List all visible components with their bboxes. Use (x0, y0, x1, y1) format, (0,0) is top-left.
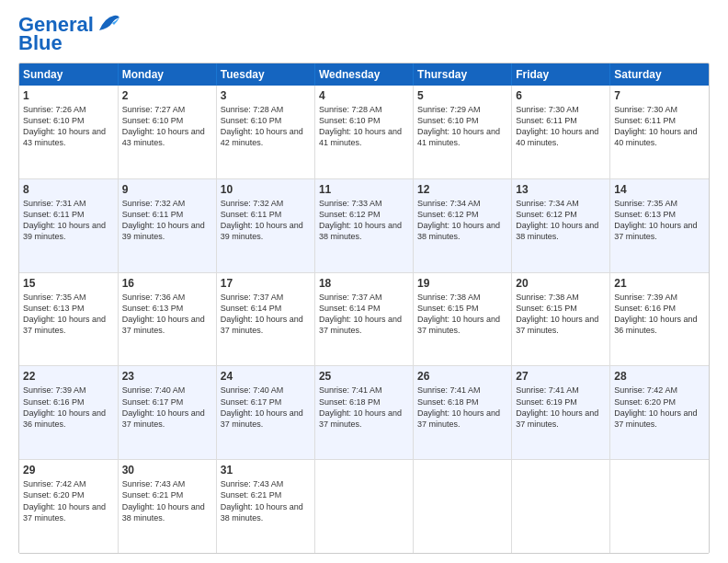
cell-content: Sunrise: 7:41 AMSunset: 6:18 PMDaylight:… (417, 385, 500, 428)
calendar-cell: 25Sunrise: 7:41 AMSunset: 6:18 PMDayligh… (314, 366, 413, 460)
calendar-cell: 6Sunrise: 7:30 AMSunset: 6:11 PMDaylight… (512, 86, 610, 178)
page: General Blue SundayMondayTuesdayWednesda… (0, 0, 728, 563)
day-number: 29 (23, 464, 114, 477)
calendar-cell: 27Sunrise: 7:41 AMSunset: 6:19 PMDayligh… (512, 366, 610, 460)
calendar-cell: 23Sunrise: 7:40 AMSunset: 6:17 PMDayligh… (118, 366, 216, 460)
header-row: SundayMondayTuesdayWednesdayThursdayFrid… (19, 63, 709, 86)
cell-content: Sunrise: 7:42 AMSunset: 6:20 PMDaylight:… (614, 385, 697, 428)
day-number: 10 (221, 183, 311, 196)
day-number: 7 (614, 89, 705, 102)
cell-content: Sunrise: 7:39 AMSunset: 6:16 PMDaylight:… (23, 385, 106, 428)
cell-content: Sunrise: 7:43 AMSunset: 6:21 PMDaylight:… (122, 479, 205, 522)
calendar-cell (314, 460, 413, 553)
day-number: 14 (614, 183, 705, 196)
cell-content: Sunrise: 7:28 AMSunset: 6:10 PMDaylight:… (221, 105, 303, 147)
col-header-tuesday: Tuesday (216, 63, 314, 86)
day-number: 20 (516, 277, 606, 290)
cell-content: Sunrise: 7:34 AMSunset: 6:12 PMDaylight:… (417, 199, 500, 241)
calendar-cell (610, 460, 709, 553)
cell-content: Sunrise: 7:29 AMSunset: 6:10 PMDaylight:… (417, 105, 500, 147)
calendar-cell: 1Sunrise: 7:26 AMSunset: 6:10 PMDaylight… (19, 86, 118, 178)
day-number: 31 (221, 464, 311, 477)
cell-content: Sunrise: 7:28 AMSunset: 6:10 PMDaylight:… (319, 105, 402, 147)
cell-content: Sunrise: 7:34 AMSunset: 6:12 PMDaylight:… (516, 199, 598, 241)
calendar-cell: 26Sunrise: 7:41 AMSunset: 6:18 PMDayligh… (414, 366, 512, 460)
calendar-cell: 24Sunrise: 7:40 AMSunset: 6:17 PMDayligh… (216, 366, 314, 460)
calendar-cell (414, 460, 512, 553)
calendar-week-4: 22Sunrise: 7:39 AMSunset: 6:16 PMDayligh… (19, 366, 709, 460)
cell-content: Sunrise: 7:42 AMSunset: 6:20 PMDaylight:… (23, 479, 106, 522)
day-number: 28 (614, 370, 705, 383)
day-number: 9 (122, 183, 212, 196)
day-number: 27 (516, 370, 606, 383)
calendar-cell: 2Sunrise: 7:27 AMSunset: 6:10 PMDaylight… (118, 86, 216, 178)
calendar-cell: 11Sunrise: 7:33 AMSunset: 6:12 PMDayligh… (314, 178, 413, 272)
calendar-cell (512, 460, 610, 553)
calendar-cell: 21Sunrise: 7:39 AMSunset: 6:16 PMDayligh… (610, 272, 709, 366)
calendar-cell: 18Sunrise: 7:37 AMSunset: 6:14 PMDayligh… (314, 272, 413, 366)
cell-content: Sunrise: 7:32 AMSunset: 6:11 PMDaylight:… (122, 199, 205, 241)
calendar-cell: 8Sunrise: 7:31 AMSunset: 6:11 PMDaylight… (19, 178, 118, 272)
cell-content: Sunrise: 7:31 AMSunset: 6:11 PMDaylight:… (23, 199, 106, 241)
day-number: 30 (122, 464, 212, 477)
logo-blue: Blue (18, 31, 63, 55)
calendar-cell: 19Sunrise: 7:38 AMSunset: 6:15 PMDayligh… (414, 272, 512, 366)
day-number: 18 (319, 277, 409, 290)
calendar-cell: 22Sunrise: 7:39 AMSunset: 6:16 PMDayligh… (19, 366, 118, 460)
day-number: 23 (122, 370, 212, 383)
day-number: 22 (23, 370, 114, 383)
cell-content: Sunrise: 7:43 AMSunset: 6:21 PMDaylight:… (221, 479, 303, 522)
day-number: 6 (516, 89, 606, 102)
calendar-cell: 14Sunrise: 7:35 AMSunset: 6:13 PMDayligh… (610, 178, 709, 272)
day-number: 15 (23, 277, 114, 290)
header: General Blue (18, 15, 710, 55)
day-number: 11 (319, 183, 409, 196)
day-number: 5 (417, 89, 507, 102)
col-header-sunday: Sunday (19, 63, 118, 86)
cell-content: Sunrise: 7:33 AMSunset: 6:12 PMDaylight:… (319, 199, 402, 241)
cell-content: Sunrise: 7:30 AMSunset: 6:11 PMDaylight:… (516, 105, 598, 147)
cell-content: Sunrise: 7:38 AMSunset: 6:15 PMDaylight:… (417, 293, 500, 335)
col-header-friday: Friday (512, 63, 610, 86)
day-number: 3 (221, 89, 311, 102)
calendar-cell: 29Sunrise: 7:42 AMSunset: 6:20 PMDayligh… (19, 460, 118, 553)
calendar-cell: 13Sunrise: 7:34 AMSunset: 6:12 PMDayligh… (512, 178, 610, 272)
day-number: 24 (221, 370, 311, 383)
cell-content: Sunrise: 7:30 AMSunset: 6:11 PMDaylight:… (614, 105, 697, 147)
cell-content: Sunrise: 7:27 AMSunset: 6:10 PMDaylight:… (122, 105, 205, 147)
calendar-table: SundayMondayTuesdayWednesdayThursdayFrid… (19, 63, 709, 553)
calendar-week-1: 1Sunrise: 7:26 AMSunset: 6:10 PMDaylight… (19, 86, 709, 178)
col-header-saturday: Saturday (610, 63, 709, 86)
day-number: 8 (23, 183, 114, 196)
day-number: 17 (221, 277, 311, 290)
calendar-cell: 15Sunrise: 7:35 AMSunset: 6:13 PMDayligh… (19, 272, 118, 366)
cell-content: Sunrise: 7:40 AMSunset: 6:17 PMDaylight:… (221, 385, 303, 428)
cell-content: Sunrise: 7:38 AMSunset: 6:15 PMDaylight:… (516, 293, 598, 335)
calendar-cell: 16Sunrise: 7:36 AMSunset: 6:13 PMDayligh… (118, 272, 216, 366)
logo-bird-icon (96, 14, 121, 34)
calendar-cell: 10Sunrise: 7:32 AMSunset: 6:11 PMDayligh… (216, 178, 314, 272)
cell-content: Sunrise: 7:35 AMSunset: 6:13 PMDaylight:… (23, 293, 106, 335)
day-number: 21 (614, 277, 705, 290)
day-number: 2 (122, 89, 212, 102)
calendar-cell: 3Sunrise: 7:28 AMSunset: 6:10 PMDaylight… (216, 86, 314, 178)
day-number: 26 (417, 370, 507, 383)
cell-content: Sunrise: 7:41 AMSunset: 6:19 PMDaylight:… (516, 385, 598, 428)
day-number: 4 (319, 89, 409, 102)
day-number: 19 (417, 277, 507, 290)
calendar-cell: 9Sunrise: 7:32 AMSunset: 6:11 PMDaylight… (118, 178, 216, 272)
cell-content: Sunrise: 7:39 AMSunset: 6:16 PMDaylight:… (614, 293, 697, 335)
calendar-cell: 5Sunrise: 7:29 AMSunset: 6:10 PMDaylight… (414, 86, 512, 178)
cell-content: Sunrise: 7:37 AMSunset: 6:14 PMDaylight:… (319, 293, 402, 335)
day-number: 16 (122, 277, 212, 290)
cell-content: Sunrise: 7:41 AMSunset: 6:18 PMDaylight:… (319, 385, 402, 428)
calendar-header: SundayMondayTuesdayWednesdayThursdayFrid… (19, 63, 709, 86)
calendar-cell: 28Sunrise: 7:42 AMSunset: 6:20 PMDayligh… (610, 366, 709, 460)
cell-content: Sunrise: 7:36 AMSunset: 6:13 PMDaylight:… (122, 293, 205, 335)
calendar-body: 1Sunrise: 7:26 AMSunset: 6:10 PMDaylight… (19, 86, 709, 553)
cell-content: Sunrise: 7:35 AMSunset: 6:13 PMDaylight:… (614, 199, 697, 241)
calendar-cell: 20Sunrise: 7:38 AMSunset: 6:15 PMDayligh… (512, 272, 610, 366)
calendar-cell: 30Sunrise: 7:43 AMSunset: 6:21 PMDayligh… (118, 460, 216, 553)
col-header-thursday: Thursday (414, 63, 512, 86)
day-number: 13 (516, 183, 606, 196)
